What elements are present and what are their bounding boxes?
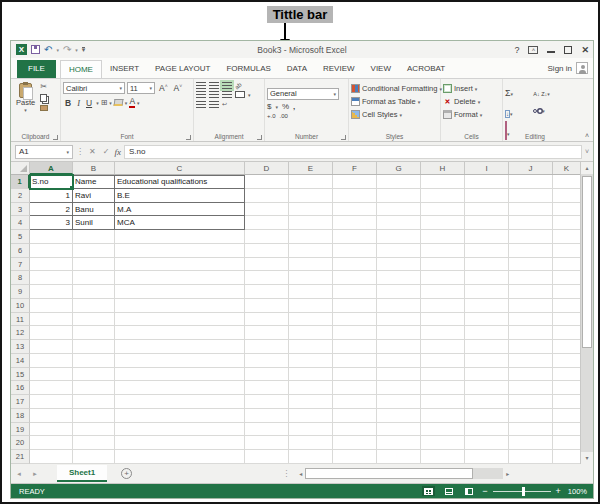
cell-I14[interactable] xyxy=(465,354,509,368)
borders-icon[interactable]: ⊞ xyxy=(101,98,108,107)
scroll-down-icon[interactable]: ▾ xyxy=(581,452,593,464)
cell-J1[interactable] xyxy=(509,175,553,189)
cell-F5[interactable] xyxy=(333,230,377,244)
cell-E13[interactable] xyxy=(289,340,333,354)
align-left-icon[interactable] xyxy=(196,91,206,98)
cell-F18[interactable] xyxy=(333,409,377,423)
find-select-button[interactable]: ▾ xyxy=(533,108,565,114)
cell-E15[interactable] xyxy=(289,368,333,382)
cell-J10[interactable] xyxy=(509,299,553,313)
cell-H10[interactable] xyxy=(421,299,465,313)
cell-G13[interactable] xyxy=(377,340,421,354)
cell-K2[interactable] xyxy=(553,189,580,203)
zoom-out-icon[interactable]: − xyxy=(482,487,487,496)
cell-C16[interactable] xyxy=(115,381,245,395)
enter-icon[interactable]: ✓ xyxy=(101,147,112,156)
cell-I13[interactable] xyxy=(465,340,509,354)
cell-C21[interactable] xyxy=(115,450,245,464)
orientation-icon[interactable]: ab xyxy=(234,81,243,90)
cell-J11[interactable] xyxy=(509,313,553,327)
row-header-2[interactable]: 2 xyxy=(11,189,30,203)
cell-D19[interactable] xyxy=(245,423,289,437)
page-break-view-button[interactable] xyxy=(462,486,475,496)
borders-dropdown-icon[interactable]: ▾ xyxy=(109,100,112,106)
row-header-21[interactable]: 21 xyxy=(11,450,30,464)
cell-C20[interactable] xyxy=(115,436,245,450)
scroll-right-icon[interactable]: ▸ xyxy=(503,470,512,477)
cell-K12[interactable] xyxy=(553,326,580,340)
new-sheet-icon[interactable]: + xyxy=(121,468,132,479)
cell-F7[interactable] xyxy=(333,258,377,272)
cell-A15[interactable] xyxy=(30,368,73,382)
cell-E16[interactable] xyxy=(289,381,333,395)
cell-H14[interactable] xyxy=(421,354,465,368)
cell-B21[interactable] xyxy=(73,450,115,464)
cell-B20[interactable] xyxy=(73,436,115,450)
row-header-1[interactable]: 1 xyxy=(11,175,30,189)
cell-A20[interactable] xyxy=(30,436,73,450)
zoom-in-icon[interactable]: + xyxy=(556,487,561,496)
cell-H2[interactable] xyxy=(421,189,465,203)
sort-filter-button[interactable]: A↓ Z↓▾ xyxy=(533,82,565,100)
copy-icon[interactable] xyxy=(40,94,47,102)
cell-E19[interactable] xyxy=(289,423,333,437)
cell-I16[interactable] xyxy=(465,381,509,395)
cell-D16[interactable] xyxy=(245,381,289,395)
cell-J12[interactable] xyxy=(509,326,553,340)
cell-K4[interactable] xyxy=(553,216,580,230)
cell-H5[interactable] xyxy=(421,230,465,244)
cell-B10[interactable] xyxy=(73,299,115,313)
cell-I3[interactable] xyxy=(465,203,509,217)
cell-E14[interactable] xyxy=(289,354,333,368)
cell-J18[interactable] xyxy=(509,409,553,423)
cell-C11[interactable] xyxy=(115,313,245,327)
cell-C7[interactable] xyxy=(115,258,245,272)
cell-B9[interactable] xyxy=(73,285,115,299)
cut-icon[interactable]: ✂ xyxy=(40,82,50,91)
cell-F16[interactable] xyxy=(333,381,377,395)
underline-dropdown-icon[interactable]: ▾ xyxy=(96,100,99,106)
cell-F21[interactable] xyxy=(333,450,377,464)
cell-E6[interactable] xyxy=(289,244,333,258)
sheet-tab-sheet1[interactable]: Sheet1 xyxy=(57,465,107,482)
tab-data[interactable]: DATA xyxy=(279,60,315,78)
cell-K8[interactable] xyxy=(553,271,580,285)
cell-C19[interactable] xyxy=(115,423,245,437)
cell-C10[interactable] xyxy=(115,299,245,313)
cell-J6[interactable] xyxy=(509,244,553,258)
cell-J5[interactable] xyxy=(509,230,553,244)
cell-K14[interactable] xyxy=(553,354,580,368)
cell-E11[interactable] xyxy=(289,313,333,327)
cell-J8[interactable] xyxy=(509,271,553,285)
cell-D6[interactable] xyxy=(245,244,289,258)
row-header-5[interactable]: 5 xyxy=(11,230,30,244)
cell-styles-button[interactable]: Cell Styles ▾ xyxy=(351,108,438,121)
cell-I1[interactable] xyxy=(465,175,509,189)
cell-D12[interactable] xyxy=(245,326,289,340)
cell-I4[interactable] xyxy=(465,216,509,230)
cell-E18[interactable] xyxy=(289,409,333,423)
cell-F1[interactable] xyxy=(333,175,377,189)
cell-B8[interactable] xyxy=(73,271,115,285)
column-header-A[interactable]: A xyxy=(30,162,73,174)
align-right-icon[interactable] xyxy=(222,91,232,98)
row-header-19[interactable]: 19 xyxy=(11,423,30,437)
cell-K20[interactable] xyxy=(553,436,580,450)
cell-I8[interactable] xyxy=(465,271,509,285)
cell-I7[interactable] xyxy=(465,258,509,272)
delete-cells-button[interactable]: ✕ Delete ▾ xyxy=(443,95,500,108)
cell-A1[interactable]: S.no xyxy=(30,175,73,189)
cell-A11[interactable] xyxy=(30,313,73,327)
cell-E12[interactable] xyxy=(289,326,333,340)
top-align-icon[interactable] xyxy=(196,82,206,89)
decrease-font-size-button[interactable]: A˅ xyxy=(172,83,185,93)
cell-D21[interactable] xyxy=(245,450,289,464)
cell-I15[interactable] xyxy=(465,368,509,382)
cell-C15[interactable] xyxy=(115,368,245,382)
cell-D4[interactable] xyxy=(245,216,289,230)
cell-G16[interactable] xyxy=(377,381,421,395)
format-as-table-button[interactable]: Format as Table ▾ xyxy=(351,95,438,108)
increase-indent-icon[interactable] xyxy=(209,101,219,108)
row-header-7[interactable]: 7 xyxy=(11,258,30,272)
cell-C2[interactable]: B.E xyxy=(115,189,245,203)
